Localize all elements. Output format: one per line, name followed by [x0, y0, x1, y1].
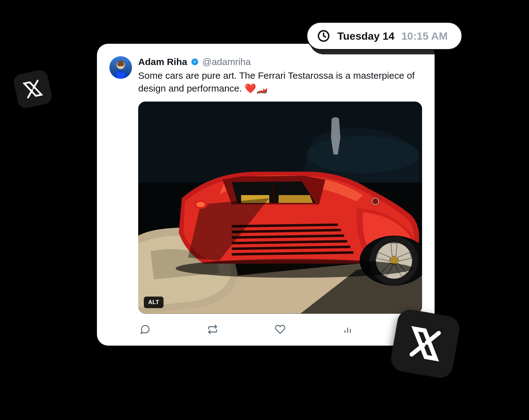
clock-icon [317, 29, 330, 43]
tweet-text: Some cars are pure art. The Ferrari Test… [138, 69, 422, 95]
tweet-header: Adam Riha @adamriha Some cars are pure a… [109, 56, 422, 95]
retweet-button[interactable] [206, 322, 219, 336]
svg-marker-20 [391, 243, 397, 256]
svg-point-28 [196, 202, 205, 207]
tweet-body: Adam Riha @adamriha Some cars are pure a… [138, 56, 422, 95]
svg-point-14 [371, 197, 380, 206]
svg-point-25 [176, 259, 413, 278]
alt-badge[interactable]: ALT [144, 297, 164, 308]
like-button[interactable] [273, 322, 287, 336]
x-app-icon [13, 69, 53, 109]
author-line: Adam Riha @adamriha [138, 56, 422, 68]
timestamp-date: Tuesday 14 [337, 30, 395, 42]
timestamp-pill: Tuesday 14 10:15 AM [306, 22, 462, 50]
x-app-icon [389, 308, 461, 380]
handle[interactable]: @adamriha [202, 56, 251, 68]
views-button[interactable] [341, 322, 355, 336]
verified-badge-icon [190, 58, 199, 66]
display-name[interactable]: Adam Riha [138, 56, 187, 68]
svg-point-4 [307, 136, 419, 173]
reply-button[interactable] [138, 322, 152, 336]
tweet-image[interactable]: ALT [138, 102, 422, 314]
avatar[interactable] [109, 56, 132, 79]
tweet-card: Adam Riha @adamriha Some cars are pure a… [97, 44, 435, 346]
timestamp-time: 10:15 AM [401, 30, 448, 42]
tweet-actions [138, 322, 422, 336]
